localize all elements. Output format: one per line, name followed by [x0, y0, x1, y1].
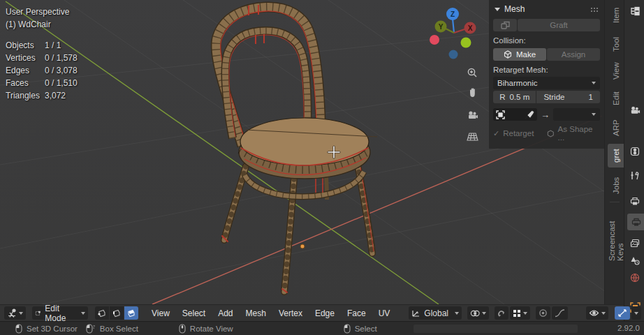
- sidebar-tab-strip: Item Tool View Edit ARP gret Jobs Screen…: [604, 0, 624, 304]
- chevron-down-icon: [592, 82, 596, 84]
- camera-view-icon[interactable]: [464, 107, 480, 123]
- pivot-point-dropdown[interactable]: [467, 306, 489, 320]
- menu-view[interactable]: View: [149, 308, 172, 318]
- select-mode-group: [95, 306, 138, 320]
- world-properties-icon[interactable]: [627, 269, 643, 286]
- object-origin-dot: [300, 244, 305, 248]
- retarget-method-dropdown[interactable]: Biharmonic: [493, 77, 600, 89]
- gizmo-toggle-button[interactable]: [615, 306, 630, 320]
- cube-icon: [504, 50, 512, 59]
- mouse-lmb-icon: [15, 324, 22, 334]
- ortho-grid-icon[interactable]: [464, 129, 480, 144]
- visibility-dropdown[interactable]: [586, 306, 608, 320]
- as-shape-checkbox[interactable]: As Shape ...: [547, 125, 600, 142]
- tab-item[interactable]: Item: [608, 4, 624, 27]
- menu-mesh[interactable]: Mesh: [244, 308, 268, 318]
- chevron-down-icon: [19, 312, 23, 315]
- vertex-select-button[interactable]: [95, 306, 109, 320]
- zoom-icon[interactable]: [464, 65, 480, 80]
- output-properties-icon[interactable]: [627, 193, 643, 209]
- viewport-overlay-text: User Perspective (1) WdChair Objects1 / …: [6, 6, 78, 102]
- tab-jobs[interactable]: Jobs: [608, 174, 624, 197]
- tool-properties-icon[interactable]: [627, 168, 643, 184]
- face-select-button[interactable]: [124, 306, 138, 320]
- editor-type-icon: [7, 308, 17, 318]
- drag-handle-icon[interactable]: [590, 7, 599, 12]
- render-camera-icon[interactable]: [627, 102, 643, 119]
- tab-arp[interactable]: ARP: [608, 116, 624, 140]
- mouse-lmb-icon: [344, 324, 351, 334]
- tab-tool[interactable]: Tool: [608, 34, 624, 54]
- gizmo-y-neg-ball[interactable]: [461, 38, 471, 48]
- editor-type-button[interactable]: [4, 306, 26, 320]
- menu-uv[interactable]: UV: [376, 308, 393, 318]
- snap-toggle-button[interactable]: [495, 306, 508, 320]
- visibility-eye-icon: [589, 309, 599, 317]
- collision-assign-button[interactable]: Assign: [547, 48, 600, 61]
- radius-field[interactable]: R 0.5 m: [493, 91, 536, 103]
- tab-gret[interactable]: gret: [608, 144, 624, 168]
- shape-cube-icon: [547, 130, 555, 137]
- source-object-field[interactable]: [493, 108, 537, 121]
- stat-row: Objects1 / 1: [6, 39, 78, 52]
- collapse-triangle-icon[interactable]: [495, 8, 500, 11]
- retarget-mesh-label: Retarget Mesh:: [493, 66, 600, 74]
- target-dropdown[interactable]: [553, 108, 600, 121]
- status-segment: [414, 325, 578, 333]
- menu-add[interactable]: Add: [216, 308, 235, 318]
- tab-edit[interactable]: Edit: [608, 88, 624, 109]
- falloff-curve-icon: [555, 309, 565, 318]
- tab-view[interactable]: View: [608, 60, 624, 82]
- collision-label: Collision:: [493, 36, 600, 45]
- tab-screencast-keys[interactable]: Screencast Keys: [608, 205, 624, 264]
- gizmo-dropdown[interactable]: [631, 306, 641, 320]
- hint-rotate-view: Rotate View: [179, 324, 233, 334]
- hint-select: Select: [344, 324, 377, 334]
- stride-field[interactable]: Stride 1: [536, 91, 600, 103]
- gizmo-z-neg-ball[interactable]: [449, 50, 458, 59]
- graft-icon-button[interactable]: [493, 19, 517, 31]
- stat-row: Vertices0 / 1,578: [6, 52, 78, 64]
- orientation-label: Global: [423, 308, 453, 318]
- chevron-down-icon: [601, 312, 606, 315]
- scene-properties-icon[interactable]: [627, 252, 643, 269]
- gizmo-icon: [617, 308, 627, 318]
- gizmo-x-neg-ball[interactable]: [430, 35, 439, 45]
- n-panel-mesh: Mesh Graft Collision: Make: [489, 0, 604, 149]
- navigation-gizmo[interactable]: Z Y X: [427, 1, 488, 67]
- chevron-down-icon: [455, 312, 459, 315]
- chevron-down-icon: [81, 312, 85, 315]
- proportional-editing-button[interactable]: [536, 306, 550, 320]
- transform-orientation-dropdown[interactable]: Global: [409, 306, 462, 320]
- menu-face[interactable]: Face: [345, 308, 368, 318]
- pan-hand-icon[interactable]: [465, 85, 481, 100]
- collision-make-button[interactable]: Make: [493, 48, 546, 61]
- gizmo-x-label: X: [468, 24, 473, 32]
- edge-select-button[interactable]: [110, 306, 124, 320]
- menu-select[interactable]: Select: [180, 308, 207, 318]
- active-properties-tab-icon[interactable]: [627, 214, 644, 230]
- gizmo-y-label: Y: [439, 23, 444, 31]
- view-layer-icon[interactable]: [627, 234, 643, 251]
- object-picker-icon: [496, 110, 505, 119]
- 3d-viewport[interactable]: User Perspective (1) WdChair Objects1 / …: [0, 0, 624, 304]
- falloff-dropdown[interactable]: [552, 306, 568, 320]
- mesh-panel-header[interactable]: Mesh: [493, 3, 600, 15]
- menu-edge[interactable]: Edge: [313, 308, 337, 318]
- viewport-header: Edit Mode View Select Ad: [0, 304, 624, 321]
- magnet-icon: [497, 309, 506, 318]
- render-properties-icon[interactable]: [627, 143, 643, 160]
- retarget-checkbox[interactable]: ✓ Retarget: [493, 129, 546, 138]
- pivot-icon: [470, 309, 480, 318]
- hint-set-3d-cursor: Set 3D Cursor: [15, 324, 78, 334]
- eyedropper-icon[interactable]: [525, 110, 534, 119]
- snap-with-dropdown[interactable]: [510, 306, 530, 320]
- menu-vertex[interactable]: Vertex: [277, 308, 305, 318]
- mode-dropdown[interactable]: Edit Mode: [32, 306, 88, 320]
- mode-icon: [35, 309, 41, 318]
- mouse-drag-icon: [86, 324, 96, 334]
- outliner-icon[interactable]: [627, 3, 643, 20]
- graft-button[interactable]: Graft: [518, 19, 600, 31]
- active-object-name: (1) WdChair: [6, 18, 78, 31]
- orientation-icon: [411, 309, 420, 318]
